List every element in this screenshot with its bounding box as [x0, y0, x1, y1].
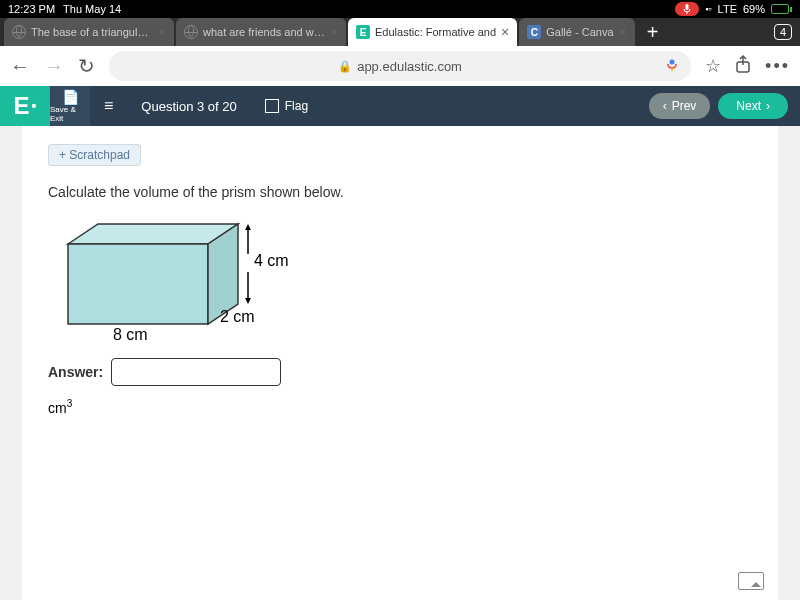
more-menu-icon[interactable]: •••: [765, 56, 790, 77]
answer-input[interactable]: [111, 358, 281, 386]
edulastic-logo[interactable]: E: [0, 86, 50, 126]
back-button[interactable]: ←: [10, 55, 30, 78]
voice-search-icon[interactable]: [665, 58, 679, 75]
question-text: Calculate the volume of the prism shown …: [48, 184, 752, 200]
dim-depth: 2 cm: [220, 308, 255, 325]
reload-button[interactable]: ↻: [78, 54, 95, 78]
mic-recording-indicator: [675, 2, 699, 16]
mic-icon: [683, 4, 691, 14]
browser-tab-bar: The base of a triangular p × what are fr…: [0, 18, 800, 46]
tab-title: what are friends and why: [203, 26, 325, 38]
browser-tab-active[interactable]: E Edulastic: Formative and ×: [348, 18, 517, 46]
browser-tab[interactable]: C Gallé - Canva ×: [519, 18, 634, 46]
svg-marker-7: [68, 244, 208, 324]
battery-percent: 69%: [743, 3, 765, 15]
globe-icon: [12, 25, 26, 39]
menu-icon[interactable]: ≡: [90, 97, 127, 115]
save-icon: 📄: [62, 89, 79, 105]
close-icon[interactable]: ×: [619, 24, 627, 40]
bookmark-star-icon[interactable]: ☆: [705, 55, 721, 77]
chevron-left-icon: ‹: [663, 99, 667, 113]
answer-row: Answer:: [48, 358, 752, 386]
dim-height: 4 cm: [254, 252, 288, 269]
tab-title: Gallé - Canva: [546, 26, 613, 38]
forward-button[interactable]: →: [44, 55, 64, 78]
edulastic-header: E 📄 Save & Exit ≡ Question 3 of 20 Flag …: [0, 86, 800, 126]
prev-button[interactable]: ‹ Prev: [649, 93, 711, 119]
answer-label: Answer:: [48, 364, 103, 380]
browser-tab[interactable]: The base of a triangular p ×: [4, 18, 174, 46]
content-area: + Scratchpad Calculate the volume of the…: [0, 126, 800, 600]
browser-tab[interactable]: what are friends and why ×: [176, 18, 346, 46]
scratchpad-button[interactable]: + Scratchpad: [48, 144, 141, 166]
unit-label: cm3: [48, 398, 752, 416]
new-tab-button[interactable]: +: [637, 18, 669, 46]
signal-icon: ▪▫: [705, 4, 711, 14]
prism-diagram: 4 cm 2 cm 8 cm: [58, 214, 288, 344]
chevron-right-icon: ›: [766, 99, 770, 113]
save-exit-button[interactable]: 📄 Save & Exit: [50, 86, 90, 126]
svg-point-2: [670, 59, 675, 64]
status-time: 12:23 PM: [8, 3, 55, 15]
flag-question-button[interactable]: Flag: [251, 99, 322, 113]
display-mode-icon[interactable]: [738, 572, 764, 590]
save-exit-label: Save & Exit: [50, 105, 90, 123]
battery-icon: [771, 4, 792, 14]
address-bar[interactable]: 🔒 app.edulastic.com: [109, 51, 691, 81]
flag-label: Flag: [285, 99, 308, 113]
dim-width: 8 cm: [113, 326, 148, 343]
svg-marker-10: [245, 224, 251, 230]
close-icon[interactable]: ×: [501, 24, 509, 40]
share-icon[interactable]: [735, 55, 751, 78]
status-date: Thu May 14: [63, 3, 121, 15]
question-paper: + Scratchpad Calculate the volume of the…: [22, 126, 778, 600]
tab-title: Edulastic: Formative and: [375, 26, 496, 38]
next-button[interactable]: Next ›: [718, 93, 788, 119]
edulastic-favicon: E: [356, 25, 370, 39]
browser-nav-bar: ← → ↻ 🔒 app.edulastic.com ☆ •••: [0, 46, 800, 86]
tab-count-badge[interactable]: 4: [774, 24, 792, 40]
close-icon[interactable]: ×: [330, 24, 338, 40]
svg-rect-0: [686, 4, 689, 10]
flag-checkbox: [265, 99, 279, 113]
tab-title: The base of a triangular p: [31, 26, 153, 38]
close-icon[interactable]: ×: [158, 24, 166, 40]
prev-label: Prev: [672, 99, 697, 113]
canva-favicon: C: [527, 25, 541, 39]
device-status-bar: 12:23 PM Thu May 14 ▪▫ LTE 69%: [0, 0, 800, 18]
next-label: Next: [736, 99, 761, 113]
question-number: Question 3 of 20: [127, 99, 250, 114]
svg-marker-12: [245, 298, 251, 304]
lock-icon: 🔒: [338, 60, 352, 73]
globe-icon: [184, 25, 198, 39]
network-label: LTE: [718, 3, 737, 15]
url-text: app.edulastic.com: [357, 59, 462, 74]
